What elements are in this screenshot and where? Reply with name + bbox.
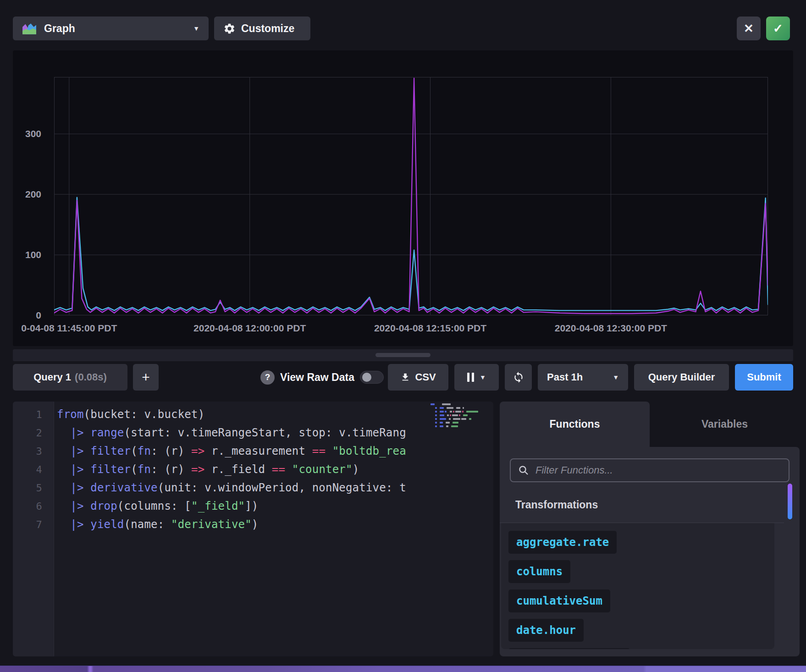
query-builder-button[interactable]: Query Builder [634, 364, 729, 391]
time-range-dropdown[interactable]: Past 1h ▼ [538, 364, 628, 391]
y-tick-label: 200 [13, 189, 48, 200]
minimap-segment [444, 422, 445, 424]
functions-panel: FunctionsVariables Transformations aggre… [500, 402, 800, 656]
function-pill[interactable]: date.hour [508, 619, 584, 642]
minimap-segment [446, 425, 448, 427]
code-line[interactable]: 5 |> derivative(unit: v.windowPeriod, no… [13, 479, 430, 497]
view-raw-toggle[interactable] [360, 371, 384, 384]
minimap-segment [431, 403, 435, 405]
minimap-segment [435, 414, 437, 416]
flux-editor[interactable]: 1from(bucket: v.bucket)2 |> range(start:… [13, 402, 493, 656]
filter-functions-search[interactable] [510, 458, 789, 482]
minimap-row [431, 422, 490, 424]
minimap-segment [466, 411, 478, 413]
minimap-segment [442, 403, 451, 405]
pause-button[interactable]: ▼ [454, 364, 499, 391]
minimap-segment [451, 422, 452, 424]
minimap-segment [463, 414, 468, 416]
code-line[interactable]: 6 |> drop(columns: ["_field"]) [13, 497, 430, 515]
csv-download-button[interactable]: CSV [388, 364, 448, 391]
code-token: "counter" [292, 463, 353, 476]
confirm-button[interactable]: ✓ [766, 17, 790, 40]
function-pill[interactable]: aggregate.rate [508, 531, 617, 554]
line-number: 3 [13, 442, 54, 460]
query-tab-name: Query 1 [33, 371, 71, 383]
minimap-segment [440, 407, 444, 409]
x-tick-label: 0-04-08 11:45:00 PDT [21, 323, 117, 334]
customize-button[interactable]: Customize [214, 17, 310, 40]
function-pill[interactable]: date.microsecond [508, 648, 630, 649]
code-token: from [57, 408, 84, 421]
minimap-segment [453, 422, 458, 424]
code-line[interactable]: 2 |> range(start: v.timeRangeStart, stop… [13, 424, 430, 442]
y-tick-label: 100 [13, 249, 48, 260]
editor-minimap[interactable] [431, 403, 490, 429]
minimap-segment [431, 425, 434, 427]
search-icon [518, 465, 529, 476]
functions-body: Transformations aggregate.ratecolumnscum… [500, 447, 800, 656]
y-tick-label: 300 [13, 128, 48, 139]
add-query-button[interactable]: + [133, 364, 159, 391]
minimap-segment [447, 418, 448, 420]
code-line[interactable]: 1from(bucket: v.bucket) [13, 405, 430, 424]
search-input[interactable] [535, 464, 781, 476]
minimap-segment [436, 403, 441, 405]
chart-svg[interactable] [54, 77, 768, 315]
scrollbar-thumb[interactable] [788, 484, 792, 519]
minimap-segment [447, 411, 449, 413]
bottom-accent-bar [0, 666, 806, 672]
code-line[interactable]: 4 |> filter(fn: (r) => r._field == "coun… [13, 460, 430, 479]
minimap-segment [435, 418, 437, 420]
view-raw-label: View Raw Data [280, 371, 354, 384]
minimap-segment [453, 411, 454, 413]
code-line[interactable]: 3 |> filter(fn: (r) => r._measurement ==… [13, 442, 430, 460]
code-token: fn [138, 463, 151, 476]
function-pill[interactable]: cumulativeSum [508, 589, 610, 612]
code-token: => [191, 445, 204, 457]
refresh-icon [513, 371, 524, 383]
minimap-row [431, 403, 490, 405]
resize-drag-handle[interactable] [375, 353, 431, 357]
minimap-segment [449, 425, 450, 427]
minimap-segment [440, 425, 443, 427]
code-token: |> range [70, 426, 124, 439]
query-tab[interactable]: Query 1 (0.08s) [13, 364, 127, 391]
minimap-segment [459, 414, 460, 416]
minimap-segment [450, 414, 451, 416]
function-pill[interactable]: columns [508, 560, 570, 583]
editor-code[interactable]: 1from(bucket: v.bucket)2 |> range(start:… [13, 405, 493, 534]
chart-panel: 0100200300 0-04-08 11:45:00 PDT2020-04-0… [13, 50, 793, 346]
help-icon[interactable]: ? [260, 370, 275, 385]
tab-functions[interactable]: Functions [500, 402, 650, 447]
code-token: (start: v.timeRangeStart, stop: v.timeRa… [124, 426, 406, 439]
code-line[interactable]: 7 |> yield(name: "derivative") [13, 515, 430, 534]
cancel-button[interactable]: ✕ [737, 17, 761, 40]
minimap-segment [431, 422, 434, 424]
minimap-segment [469, 418, 471, 420]
check-icon: ✓ [773, 22, 783, 36]
minimap-segment [449, 418, 451, 420]
tab-variables[interactable]: Variables [650, 402, 800, 447]
plus-icon: + [142, 369, 150, 385]
minimap-segment [464, 411, 465, 413]
code-token: : (r) [151, 463, 191, 476]
minimap-segment [453, 418, 460, 420]
submit-button[interactable]: Submit [735, 364, 793, 391]
code-token: == [312, 445, 326, 457]
refresh-button[interactable] [505, 364, 532, 391]
minimap-segment [444, 425, 445, 427]
minimap-segment [431, 411, 434, 413]
line-number: 2 [13, 424, 54, 442]
view-raw-group: ? View Raw Data [260, 364, 384, 391]
minimap-segment [445, 407, 446, 409]
view-type-label: Graph [44, 22, 75, 35]
code-token: fn [138, 445, 151, 457]
minimap-segment [445, 414, 446, 416]
area-chart-icon [22, 22, 37, 35]
minimap-segment [438, 422, 439, 424]
minimap-segment [440, 414, 444, 416]
submit-label: Submit [747, 371, 781, 383]
minimap-segment [461, 407, 462, 409]
minimap-segment [438, 418, 439, 420]
view-type-dropdown[interactable]: Graph ▼ [13, 17, 209, 40]
